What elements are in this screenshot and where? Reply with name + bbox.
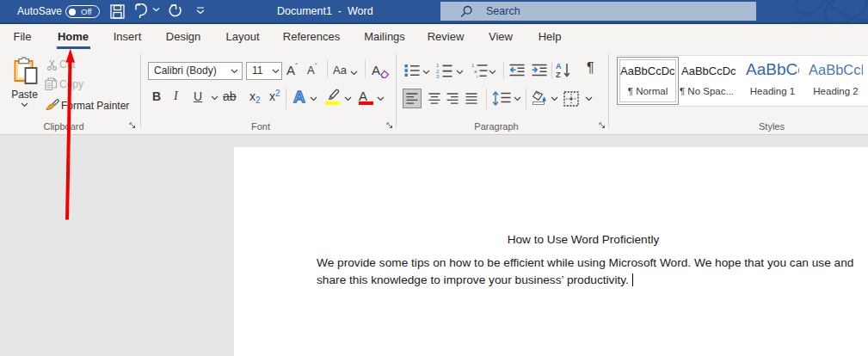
svg-text:1: 1 <box>471 63 475 68</box>
svg-text:i: i <box>477 74 477 78</box>
svg-text:3: 3 <box>436 74 440 78</box>
svg-text:A: A <box>556 62 562 71</box>
svg-text:a: a <box>474 69 477 74</box>
svg-text:2: 2 <box>436 69 440 74</box>
svg-text:1: 1 <box>436 63 440 68</box>
svg-text:Z: Z <box>556 71 561 78</box>
